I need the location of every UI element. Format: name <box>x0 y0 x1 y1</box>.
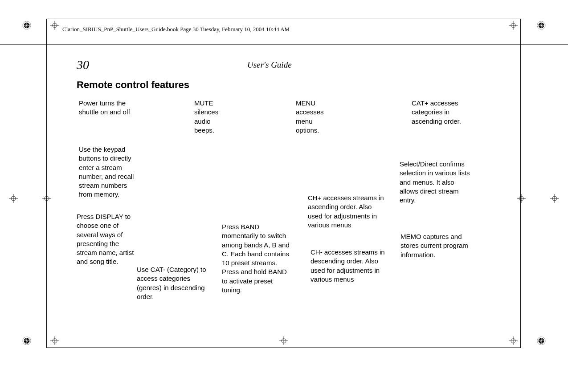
crosshair-icon <box>550 194 559 203</box>
crosshair-icon <box>42 194 51 203</box>
registration-mark-icon <box>536 336 546 346</box>
crosshair-icon <box>509 21 518 30</box>
power-description: Power turns the shuttle on and off <box>79 99 132 117</box>
header-bookmark: Clarion_SIRIUS_PnP_Shuttle_Users_Guide.b… <box>62 26 290 33</box>
section-title: Remote control features <box>77 79 189 91</box>
mute-description: MUTE silences audio beeps. <box>194 99 230 135</box>
top-rule <box>0 44 568 45</box>
cat-plus-description: CAT+ accesses categories in ascending or… <box>412 99 474 126</box>
crosshair-icon <box>509 336 518 345</box>
ch-plus-description: CH+ accesses streams in ascending order.… <box>308 194 386 230</box>
crosshair-icon <box>50 336 59 345</box>
ch-minus-description: CH- accesses streams in descending order… <box>311 248 388 284</box>
cat-minus-description: Use CAT- (Category) to access categories… <box>137 265 210 301</box>
guide-title: User's Guide <box>247 60 292 70</box>
crosshair-icon <box>9 194 18 203</box>
crosshair-icon <box>50 21 59 30</box>
memo-description: MEMO captures and stores current program… <box>400 232 472 259</box>
page-number: 30 <box>77 58 89 72</box>
crosshair-icon <box>517 194 526 203</box>
select-direct-description: Select/Direct confirms selection in vari… <box>400 160 473 205</box>
registration-mark-icon <box>22 336 32 346</box>
keypad-description: Use the keypad buttons to directly enter… <box>79 145 137 199</box>
menu-description: MENU accesses menu options. <box>296 99 336 135</box>
crosshair-icon <box>279 336 288 345</box>
registration-mark-icon <box>536 20 546 30</box>
registration-mark-icon <box>22 20 32 30</box>
band-description: Press BAND momentarily to switch among b… <box>222 222 293 295</box>
display-description: Press DISPLAY to choose one of several w… <box>77 212 137 267</box>
